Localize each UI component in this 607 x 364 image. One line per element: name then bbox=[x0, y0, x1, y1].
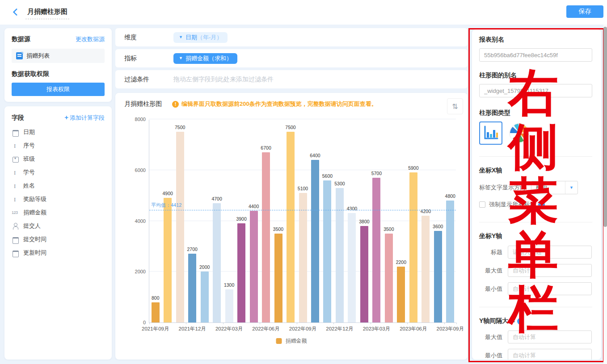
average-line bbox=[149, 210, 456, 210]
bar[interactable] bbox=[434, 231, 442, 322]
sort-icon: ⇅ bbox=[452, 102, 458, 111]
bar[interactable] bbox=[323, 180, 331, 323]
bar[interactable] bbox=[262, 152, 270, 322]
pie-chart-type-icon[interactable] bbox=[509, 122, 530, 144]
bar[interactable] bbox=[311, 160, 319, 322]
field-item[interactable]: 学号 bbox=[12, 166, 105, 179]
x-axis-tick-label: 2022年12月 bbox=[321, 326, 358, 332]
bar[interactable] bbox=[201, 272, 209, 322]
dimension-label: 维度 bbox=[124, 33, 173, 42]
bar-value-label: 3800 bbox=[355, 219, 373, 224]
bar[interactable] bbox=[164, 198, 172, 322]
scrollbar-track[interactable] bbox=[603, 25, 607, 364]
metric-label: 指标 bbox=[124, 54, 173, 63]
bar[interactable] bbox=[360, 226, 368, 322]
bar[interactable] bbox=[409, 172, 417, 322]
bar[interactable] bbox=[372, 178, 380, 322]
field-label: 序号 bbox=[23, 142, 35, 150]
axis-tick bbox=[186, 322, 186, 324]
field-item[interactable]: 日期 bbox=[12, 126, 105, 139]
field-item[interactable]: 提交人 bbox=[12, 219, 105, 233]
metric-row: 指标 ▼ 捐赠金额（求和） bbox=[115, 49, 468, 67]
bar[interactable] bbox=[385, 234, 393, 322]
field-item[interactable]: 奖励等级 bbox=[12, 192, 105, 206]
y-max-input[interactable] bbox=[508, 264, 592, 277]
bar-value-label: 5600 bbox=[318, 173, 336, 179]
field-item[interactable]: 班级 bbox=[12, 152, 105, 166]
back-icon[interactable] bbox=[13, 9, 19, 15]
bar[interactable] bbox=[397, 267, 405, 322]
bar-chart-type-icon[interactable] bbox=[479, 121, 502, 145]
bar[interactable] bbox=[225, 289, 233, 322]
report-alias-label: 报表别名 bbox=[479, 36, 592, 44]
field-item[interactable]: 捐赠金额 bbox=[12, 206, 105, 219]
axis-tick bbox=[407, 322, 408, 324]
bar[interactable] bbox=[287, 132, 295, 322]
bar-chart-plot: 0200040006000800080049007500270020004700… bbox=[149, 120, 456, 323]
force-show-labels-checkbox[interactable] bbox=[479, 201, 485, 208]
text-icon bbox=[12, 169, 19, 176]
bar[interactable] bbox=[237, 223, 245, 322]
filter-row[interactable]: 过滤条件 拖动左侧字段到此处来添加过滤条件 bbox=[115, 70, 468, 88]
scrollbar-thumb[interactable] bbox=[603, 27, 607, 227]
bar[interactable] bbox=[152, 302, 160, 323]
field-label: 班级 bbox=[23, 155, 35, 163]
bar[interactable] bbox=[274, 234, 282, 322]
field-item[interactable]: 提交时间 bbox=[12, 233, 105, 246]
y-axis-tick-label: 2000 bbox=[126, 269, 146, 274]
fields-title: 字段 bbox=[12, 114, 24, 122]
interval-min-input[interactable] bbox=[508, 349, 592, 360]
sort-button[interactable]: ⇅ bbox=[447, 98, 463, 114]
datasource-item[interactable]: 捐赠列表 bbox=[12, 49, 105, 63]
interval-max-input[interactable] bbox=[508, 331, 592, 343]
report-permission-button[interactable]: 报表权限 bbox=[12, 83, 105, 96]
bar[interactable] bbox=[176, 132, 184, 322]
y-min-input[interactable] bbox=[508, 282, 592, 295]
x-direction-select[interactable]: 横向 ▼ bbox=[531, 181, 578, 194]
report-alias-input[interactable] bbox=[479, 48, 592, 62]
field-label: 姓名 bbox=[23, 182, 35, 190]
chart-type-label: 柱形图类型 bbox=[479, 109, 592, 117]
widget-alias-input[interactable] bbox=[479, 84, 592, 97]
legend-item[interactable]: 捐赠金额 bbox=[276, 337, 307, 345]
plus-icon: + bbox=[64, 113, 68, 121]
field-label: 更新时间 bbox=[23, 249, 46, 257]
axis-tick bbox=[444, 322, 445, 324]
field-item[interactable]: 序号 bbox=[12, 139, 105, 152]
bar[interactable] bbox=[299, 193, 307, 322]
y-title-label: 标题 bbox=[479, 248, 502, 256]
warning-icon: ! bbox=[172, 101, 179, 108]
bar-value-label: 4900 bbox=[159, 191, 177, 196]
help-icon[interactable]: ? bbox=[538, 201, 545, 208]
axis-tick bbox=[456, 322, 457, 324]
bar[interactable] bbox=[422, 216, 430, 322]
change-datasource-link[interactable]: 更改数据源 bbox=[76, 35, 105, 43]
chart-title: 月捐赠柱形图 bbox=[124, 100, 162, 108]
metric-chip[interactable]: ▼ 捐赠金额（求和） bbox=[173, 53, 237, 64]
bar[interactable] bbox=[348, 213, 356, 322]
text-icon bbox=[12, 196, 19, 202]
bar[interactable] bbox=[188, 254, 196, 322]
axis-tick bbox=[371, 322, 371, 324]
y-axis-tick-label: 8000 bbox=[126, 117, 146, 122]
help-icon[interactable]: ? bbox=[517, 318, 524, 325]
bar-value-label: 3600 bbox=[429, 224, 447, 229]
save-button[interactable]: 保存 bbox=[566, 5, 603, 18]
add-calc-field-link[interactable]: +添加计算字段 bbox=[64, 113, 105, 122]
bar[interactable] bbox=[446, 201, 454, 322]
y-title-input[interactable] bbox=[508, 246, 592, 259]
chevron-down-icon: ▼ bbox=[179, 56, 183, 60]
dimension-chip[interactable]: ▼ 日期（年-月） bbox=[173, 32, 228, 43]
bar[interactable] bbox=[336, 188, 344, 322]
bar-value-label: 800 bbox=[147, 295, 164, 301]
field-item[interactable]: 姓名 bbox=[12, 179, 105, 192]
field-item[interactable]: 更新时间 bbox=[12, 246, 105, 259]
bar-value-label: 3500 bbox=[270, 226, 287, 232]
bar-value-label: 1300 bbox=[220, 282, 238, 288]
divider bbox=[479, 156, 592, 157]
bar[interactable] bbox=[213, 203, 221, 322]
filter-placeholder: 拖动左侧字段到此处来添加过滤条件 bbox=[173, 75, 274, 84]
bar-value-label: 3500 bbox=[380, 226, 398, 232]
axis-tick bbox=[149, 322, 150, 324]
bar[interactable] bbox=[250, 211, 258, 322]
